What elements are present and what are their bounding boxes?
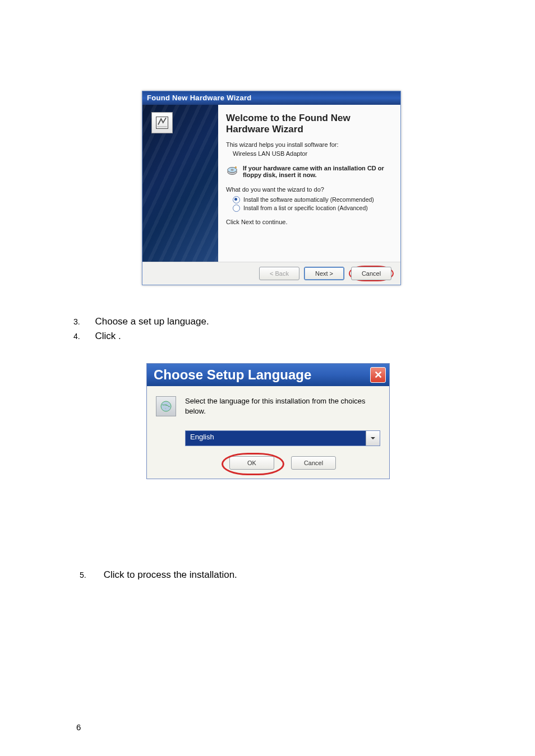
language-selected: English bbox=[186, 431, 366, 446]
language-message: Select the language for this installatio… bbox=[185, 396, 380, 416]
radio-dot-icon bbox=[233, 196, 240, 203]
chevron-down-icon[interactable] bbox=[366, 431, 380, 446]
hardware-wizard-dialog: Found New Hardware Wizard Welcome to the… bbox=[142, 91, 401, 285]
radio-auto-label: Install the software automatically (Reco… bbox=[243, 196, 374, 203]
cancel-button[interactable]: Cancel bbox=[351, 267, 391, 280]
wizard-question: What do you want the wizard to do? bbox=[226, 186, 391, 193]
close-icon[interactable]: ✕ bbox=[370, 367, 386, 383]
instruction-list: 3. Choose a set up language. 4. Click . bbox=[73, 313, 209, 345]
radio-auto-install[interactable]: Install the software automatically (Reco… bbox=[233, 196, 391, 203]
step-4-number: 4. bbox=[73, 332, 93, 341]
cd-hint-text: If your hardware came with an installati… bbox=[243, 165, 391, 178]
step-5-text: Click to process the installation. bbox=[104, 569, 237, 580]
step-3: 3. Choose a set up language. bbox=[73, 316, 209, 327]
ok-button[interactable]: OK bbox=[229, 456, 274, 470]
wizard-titlebar: Found New Hardware Wizard bbox=[142, 91, 400, 105]
language-title-text: Choose Setup Language bbox=[154, 367, 311, 383]
cd-hint-row: If your hardware came with an installati… bbox=[226, 165, 391, 178]
svg-point-4 bbox=[236, 167, 236, 168]
wizard-continue: Click Next to continue. bbox=[226, 219, 391, 225]
step-4: 4. Click . bbox=[73, 331, 209, 342]
next-button[interactable]: Next > bbox=[304, 267, 344, 280]
page-number: 6 bbox=[76, 722, 81, 732]
radio-specific-location[interactable]: Install from a list or specific location… bbox=[233, 205, 391, 212]
language-dialog: Choose Setup Language ✕ Select the langu… bbox=[146, 363, 390, 479]
step-3-number: 3. bbox=[73, 317, 93, 326]
wizard-intro: This wizard helps you install software f… bbox=[226, 141, 391, 148]
step-5: 5. Click to process the installation. bbox=[80, 569, 237, 581]
step-5-number: 5. bbox=[80, 571, 101, 579]
wizard-footer: < Back Next > Cancel bbox=[142, 262, 400, 285]
hardware-icon bbox=[151, 112, 173, 133]
wizard-heading: Welcome to the Found New Hardware Wizard bbox=[226, 113, 391, 136]
back-button: < Back bbox=[259, 267, 299, 280]
language-titlebar: Choose Setup Language ✕ bbox=[147, 364, 389, 386]
step-4-text: Click . bbox=[95, 331, 121, 341]
cancel-lang-button[interactable]: Cancel bbox=[291, 456, 336, 470]
radio-empty-icon bbox=[233, 205, 240, 212]
cancel-highlight-ring: Cancel bbox=[349, 266, 394, 281]
globe-icon bbox=[156, 396, 176, 416]
step-3-text: Choose a set up language. bbox=[95, 316, 209, 327]
svg-point-2 bbox=[231, 169, 233, 170]
wizard-device-name: Wireless LAN USB Adaptor bbox=[226, 150, 391, 157]
radio-specific-label: Install from a list or specific location… bbox=[243, 205, 368, 211]
language-dropdown[interactable]: English bbox=[185, 430, 380, 446]
cd-icon bbox=[226, 165, 238, 177]
